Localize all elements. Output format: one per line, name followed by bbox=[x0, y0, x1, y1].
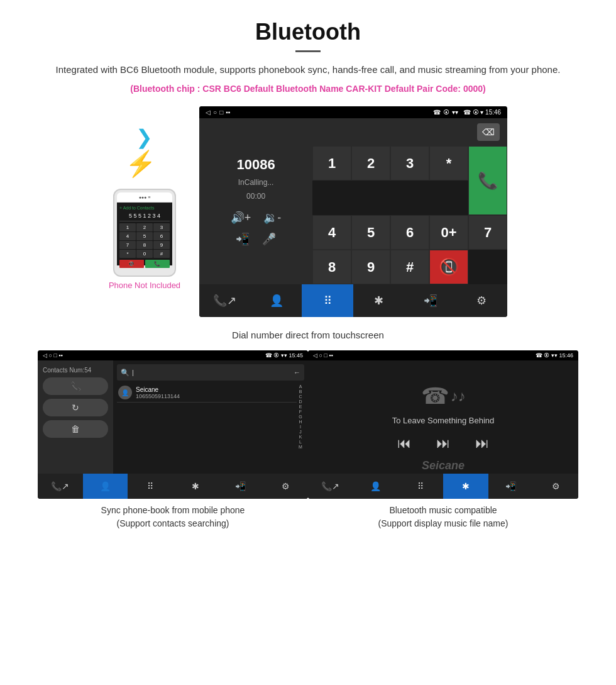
music-nav-dialpad[interactable]: ⠿ bbox=[398, 474, 443, 499]
key-3[interactable]: 3 bbox=[390, 146, 429, 181]
next-track-button[interactable]: ⏭ bbox=[436, 435, 450, 452]
search-backspace-icon[interactable]: ← bbox=[294, 369, 300, 376]
phone-image: ●●● ≡ + Add to Contacts 5 5 5 1 2 3 4 1 … bbox=[113, 189, 176, 277]
alpha-b[interactable]: B bbox=[299, 389, 302, 394]
music-nav-bluetooth[interactable]: ✱ bbox=[443, 474, 488, 499]
small-nav-dialpad[interactable]: ⠿ bbox=[128, 474, 173, 499]
contacts-caption-line2: (Support contacts searching) bbox=[117, 518, 229, 528]
alphabet-list: A B C D E F G H I J K L M bbox=[297, 383, 304, 450]
title-divider bbox=[295, 50, 321, 52]
phone-call[interactable]: 📞 bbox=[145, 260, 170, 268]
alpha-i[interactable]: I bbox=[300, 425, 301, 429]
call-button[interactable]: 📞 bbox=[468, 146, 507, 215]
alpha-g[interactable]: G bbox=[299, 415, 302, 419]
key-7[interactable]: 7 bbox=[468, 215, 507, 250]
back-icon[interactable]: ◁ bbox=[206, 109, 211, 116]
alpha-c[interactable]: C bbox=[299, 394, 302, 399]
backspace-button[interactable]: ⌫ bbox=[477, 123, 500, 141]
key-1[interactable]: 1 bbox=[312, 146, 351, 181]
status-icons-right: ☎ ⦿ ▾▾ ☎ ⦿ ▾ 15:46 bbox=[433, 109, 501, 116]
prev-track-button[interactable]: ⏮ bbox=[397, 435, 411, 452]
phone-key-0[interactable]: 0 bbox=[136, 250, 153, 258]
small-nav-bluetooth[interactable]: ✱ bbox=[173, 474, 218, 499]
key-9[interactable]: 9 bbox=[351, 250, 390, 284]
sync-action-button[interactable]: ↻ bbox=[43, 399, 108, 416]
phone-key-star[interactable]: * bbox=[119, 250, 136, 258]
delete-action-button[interactable]: 🗑 bbox=[43, 420, 108, 438]
fast-forward-button[interactable]: ⏭ bbox=[475, 435, 489, 452]
phone-key-8[interactable]: 8 bbox=[136, 241, 153, 249]
music-body: ☎ ♪♪ To Leave Something Behind ⏮ ⏭ ⏭ Sei… bbox=[308, 360, 578, 474]
recents-icon[interactable]: □ bbox=[219, 109, 223, 116]
phone-end-call[interactable]: 📵 bbox=[119, 260, 144, 268]
dial-action-icons: 📲 🎤 bbox=[236, 232, 276, 246]
alpha-d[interactable]: D bbox=[299, 399, 302, 404]
phone-key-6[interactable]: 6 bbox=[153, 232, 170, 240]
key-4[interactable]: 4 bbox=[312, 215, 351, 250]
music-caption-line2: (Support display music file name) bbox=[378, 518, 509, 528]
key-5[interactable]: 5 bbox=[351, 215, 390, 250]
phone-key-4[interactable]: 4 bbox=[119, 232, 136, 240]
alpha-l[interactable]: L bbox=[299, 440, 302, 444]
key-star[interactable]: * bbox=[429, 146, 468, 181]
small-nav-contacts[interactable]: 👤 bbox=[83, 474, 128, 499]
small-nav-settings[interactable]: ⚙ bbox=[263, 474, 308, 499]
contacts-caption-line1: Sync phone-book from mobile phone bbox=[101, 505, 245, 515]
dial-section: ❯ ⚡ ●●● ≡ + Add to Contacts 5 5 5 1 2 3 … bbox=[0, 106, 616, 323]
music-nav-call[interactable]: 📞↗ bbox=[308, 474, 353, 499]
nav-transfer[interactable]: 📲 bbox=[405, 284, 456, 317]
alpha-f[interactable]: F bbox=[299, 409, 302, 414]
phone-key-2[interactable]: 2 bbox=[136, 223, 153, 231]
key-6[interactable]: 6 bbox=[390, 215, 429, 250]
music-nav-settings[interactable]: ⚙ bbox=[533, 474, 578, 499]
key-8[interactable]: 8 bbox=[312, 250, 351, 284]
keypad-grid: 1 2 3 * 📞 4 5 6 0+ 7 8 9 # 📵 bbox=[312, 146, 507, 284]
nav-call[interactable]: 📞↗ bbox=[199, 284, 251, 317]
phone-key-5[interactable]: 5 bbox=[136, 232, 153, 240]
phone-transfer-icon[interactable]: 📲 bbox=[236, 232, 250, 246]
small-nav-transfer[interactable]: 📲 bbox=[218, 474, 263, 499]
home-icon[interactable]: ○ bbox=[213, 109, 217, 116]
key-hash[interactable]: # bbox=[390, 250, 429, 284]
alpha-k[interactable]: K bbox=[299, 435, 302, 439]
search-bar[interactable]: 🔍 | ← bbox=[117, 364, 304, 381]
page-title: Bluetooth bbox=[38, 19, 578, 45]
nav-bluetooth[interactable]: ✱ bbox=[353, 284, 405, 317]
contacts-right-panel: 🔍 | ← 👤 Seicane 10655059113144 bbox=[113, 360, 308, 474]
volume-up-icon[interactable]: 🔊+ bbox=[231, 211, 251, 225]
contact-info: Seicane 10655059113144 bbox=[136, 386, 295, 399]
phone-key-7[interactable]: 7 bbox=[119, 241, 136, 249]
alpha-j[interactable]: J bbox=[299, 430, 302, 434]
phone-key-1[interactable]: 1 bbox=[119, 223, 136, 231]
alpha-h[interactable]: H bbox=[299, 420, 302, 424]
header-section: Bluetooth Integrated with BC6 Bluetooth … bbox=[0, 0, 616, 106]
nav-dialpad[interactable]: ⠿ bbox=[302, 284, 353, 317]
contacts-left-panel: Contacts Num:54 📞 ↻ 🗑 bbox=[38, 360, 113, 474]
alpha-m[interactable]: M bbox=[299, 445, 302, 449]
key-0plus[interactable]: 0+ bbox=[429, 215, 468, 250]
music-caption-line1: Bluetooth music compatible bbox=[389, 505, 497, 515]
wifi-icon: ▾▾ bbox=[452, 109, 458, 116]
seicane-watermark: Seicane bbox=[422, 459, 465, 472]
nav-contacts[interactable]: 👤 bbox=[251, 284, 302, 317]
phone-key-hash[interactable]: # bbox=[153, 250, 170, 258]
key-2[interactable]: 2 bbox=[351, 146, 390, 181]
hangup-button[interactable]: 📵 bbox=[429, 250, 468, 284]
volume-down-icon[interactable]: 🔉- bbox=[263, 211, 281, 225]
music-status-bar: ◁ ○ □ ▪▪ ☎ ⦿ ▾▾ 15:46 bbox=[308, 350, 578, 360]
alpha-a[interactable]: A bbox=[299, 384, 302, 389]
music-nav-transfer[interactable]: 📲 bbox=[488, 474, 534, 499]
contact-item-seicane[interactable]: 👤 Seicane 10655059113144 bbox=[117, 383, 297, 403]
phone-key-3[interactable]: 3 bbox=[153, 223, 170, 231]
music-nav-contacts[interactable]: 👤 bbox=[353, 474, 399, 499]
music-screen-wrapper: ◁ ○ □ ▪▪ ☎ ⦿ ▾▾ 15:46 ☎ ♪♪ To Leave Some… bbox=[308, 350, 578, 530]
nav-settings[interactable]: ⚙ bbox=[456, 284, 507, 317]
small-nav-call[interactable]: 📞↗ bbox=[38, 474, 83, 499]
microphone-icon[interactable]: 🎤 bbox=[262, 232, 276, 246]
search-icon: 🔍 bbox=[121, 369, 129, 377]
alpha-e[interactable]: E bbox=[299, 404, 302, 409]
phone-top-bar: ●●● ≡ bbox=[117, 192, 172, 203]
volume-controls: 🔊+ 🔉- bbox=[231, 211, 282, 225]
call-action-button[interactable]: 📞 bbox=[43, 377, 108, 395]
phone-key-9[interactable]: 9 bbox=[153, 241, 170, 249]
